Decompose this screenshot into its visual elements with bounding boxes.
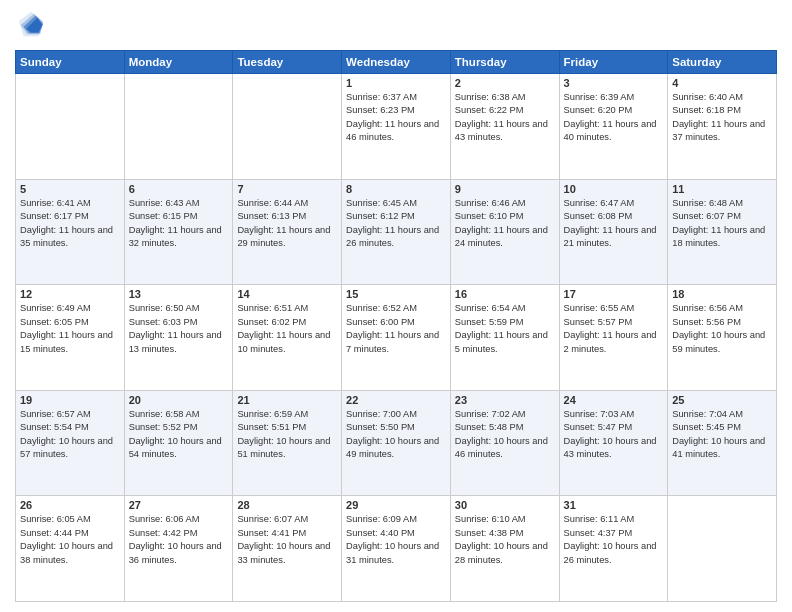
day-info: Sunrise: 6:06 AM Sunset: 4:42 PM Dayligh… <box>129 513 229 567</box>
daylight: Daylight: 11 hours and 15 minutes. <box>20 330 113 353</box>
daylight: Daylight: 11 hours and 18 minutes. <box>672 225 765 248</box>
daylight: Daylight: 11 hours and 29 minutes. <box>237 225 330 248</box>
day-info: Sunrise: 6:50 AM Sunset: 6:03 PM Dayligh… <box>129 302 229 356</box>
day-info: Sunrise: 7:04 AM Sunset: 5:45 PM Dayligh… <box>672 408 772 462</box>
day-number: 8 <box>346 183 446 195</box>
sunrise: Sunrise: 6:47 AM <box>564 198 635 208</box>
day-number: 22 <box>346 394 446 406</box>
sunset: Sunset: 5:52 PM <box>129 422 198 432</box>
calendar-day-cell: 24 Sunrise: 7:03 AM Sunset: 5:47 PM Dayl… <box>559 390 668 496</box>
day-number: 9 <box>455 183 555 195</box>
day-info: Sunrise: 7:03 AM Sunset: 5:47 PM Dayligh… <box>564 408 664 462</box>
day-number: 19 <box>20 394 120 406</box>
day-info: Sunrise: 6:05 AM Sunset: 4:44 PM Dayligh… <box>20 513 120 567</box>
daylight: Daylight: 10 hours and 33 minutes. <box>237 541 330 564</box>
sunrise: Sunrise: 6:56 AM <box>672 303 743 313</box>
day-info: Sunrise: 6:44 AM Sunset: 6:13 PM Dayligh… <box>237 197 337 251</box>
day-info: Sunrise: 6:51 AM Sunset: 6:02 PM Dayligh… <box>237 302 337 356</box>
day-number: 10 <box>564 183 664 195</box>
daylight: Daylight: 10 hours and 59 minutes. <box>672 330 765 353</box>
day-number: 13 <box>129 288 229 300</box>
day-info: Sunrise: 7:00 AM Sunset: 5:50 PM Dayligh… <box>346 408 446 462</box>
calendar-day-cell: 7 Sunrise: 6:44 AM Sunset: 6:13 PM Dayli… <box>233 179 342 285</box>
sunrise: Sunrise: 6:51 AM <box>237 303 308 313</box>
daylight: Daylight: 10 hours and 28 minutes. <box>455 541 548 564</box>
day-number: 25 <box>672 394 772 406</box>
day-info: Sunrise: 6:59 AM Sunset: 5:51 PM Dayligh… <box>237 408 337 462</box>
sunset: Sunset: 6:17 PM <box>20 211 89 221</box>
sunrise: Sunrise: 6:52 AM <box>346 303 417 313</box>
sunset: Sunset: 5:51 PM <box>237 422 306 432</box>
sunrise: Sunrise: 6:46 AM <box>455 198 526 208</box>
day-info: Sunrise: 6:41 AM Sunset: 6:17 PM Dayligh… <box>20 197 120 251</box>
day-number: 2 <box>455 77 555 89</box>
calendar-table: SundayMondayTuesdayWednesdayThursdayFrid… <box>15 50 777 602</box>
sunset: Sunset: 6:13 PM <box>237 211 306 221</box>
day-number: 23 <box>455 394 555 406</box>
daylight: Daylight: 10 hours and 26 minutes. <box>564 541 657 564</box>
calendar-day-cell: 4 Sunrise: 6:40 AM Sunset: 6:18 PM Dayli… <box>668 74 777 180</box>
sunset: Sunset: 6:05 PM <box>20 317 89 327</box>
daylight: Daylight: 11 hours and 10 minutes. <box>237 330 330 353</box>
day-number: 17 <box>564 288 664 300</box>
day-number: 27 <box>129 499 229 511</box>
daylight: Daylight: 11 hours and 35 minutes. <box>20 225 113 248</box>
sunset: Sunset: 6:20 PM <box>564 105 633 115</box>
day-number: 15 <box>346 288 446 300</box>
calendar-header-sunday: Sunday <box>16 51 125 74</box>
daylight: Daylight: 10 hours and 57 minutes. <box>20 436 113 459</box>
sunrise: Sunrise: 6:41 AM <box>20 198 91 208</box>
calendar-day-cell: 29 Sunrise: 6:09 AM Sunset: 4:40 PM Dayl… <box>342 496 451 602</box>
day-number: 7 <box>237 183 337 195</box>
day-number: 5 <box>20 183 120 195</box>
calendar-day-cell: 14 Sunrise: 6:51 AM Sunset: 6:02 PM Dayl… <box>233 285 342 391</box>
calendar-day-cell: 11 Sunrise: 6:48 AM Sunset: 6:07 PM Dayl… <box>668 179 777 285</box>
calendar-day-cell: 9 Sunrise: 6:46 AM Sunset: 6:10 PM Dayli… <box>450 179 559 285</box>
sunrise: Sunrise: 6:54 AM <box>455 303 526 313</box>
sunrise: Sunrise: 6:05 AM <box>20 514 91 524</box>
calendar-day-cell: 6 Sunrise: 6:43 AM Sunset: 6:15 PM Dayli… <box>124 179 233 285</box>
day-info: Sunrise: 6:43 AM Sunset: 6:15 PM Dayligh… <box>129 197 229 251</box>
calendar-page: SundayMondayTuesdayWednesdayThursdayFrid… <box>0 0 792 612</box>
calendar-week-row: 19 Sunrise: 6:57 AM Sunset: 5:54 PM Dayl… <box>16 390 777 496</box>
daylight: Daylight: 11 hours and 40 minutes. <box>564 119 657 142</box>
day-info: Sunrise: 6:39 AM Sunset: 6:20 PM Dayligh… <box>564 91 664 145</box>
day-info: Sunrise: 6:48 AM Sunset: 6:07 PM Dayligh… <box>672 197 772 251</box>
sunrise: Sunrise: 6:07 AM <box>237 514 308 524</box>
sunset: Sunset: 6:02 PM <box>237 317 306 327</box>
sunset: Sunset: 6:10 PM <box>455 211 524 221</box>
calendar-day-cell: 18 Sunrise: 6:56 AM Sunset: 5:56 PM Dayl… <box>668 285 777 391</box>
sunrise: Sunrise: 6:45 AM <box>346 198 417 208</box>
sunset: Sunset: 5:50 PM <box>346 422 415 432</box>
sunrise: Sunrise: 6:11 AM <box>564 514 635 524</box>
sunset: Sunset: 4:44 PM <box>20 528 89 538</box>
calendar-day-cell <box>668 496 777 602</box>
day-number: 29 <box>346 499 446 511</box>
sunset: Sunset: 6:23 PM <box>346 105 415 115</box>
calendar-day-cell <box>16 74 125 180</box>
day-number: 18 <box>672 288 772 300</box>
daylight: Daylight: 10 hours and 38 minutes. <box>20 541 113 564</box>
calendar-day-cell: 22 Sunrise: 7:00 AM Sunset: 5:50 PM Dayl… <box>342 390 451 496</box>
day-number: 14 <box>237 288 337 300</box>
calendar-day-cell: 12 Sunrise: 6:49 AM Sunset: 6:05 PM Dayl… <box>16 285 125 391</box>
day-number: 3 <box>564 77 664 89</box>
day-info: Sunrise: 6:54 AM Sunset: 5:59 PM Dayligh… <box>455 302 555 356</box>
daylight: Daylight: 11 hours and 24 minutes. <box>455 225 548 248</box>
calendar-day-cell: 1 Sunrise: 6:37 AM Sunset: 6:23 PM Dayli… <box>342 74 451 180</box>
sunset: Sunset: 5:56 PM <box>672 317 741 327</box>
daylight: Daylight: 10 hours and 41 minutes. <box>672 436 765 459</box>
calendar-day-cell: 21 Sunrise: 6:59 AM Sunset: 5:51 PM Dayl… <box>233 390 342 496</box>
sunset: Sunset: 4:40 PM <box>346 528 415 538</box>
day-info: Sunrise: 6:40 AM Sunset: 6:18 PM Dayligh… <box>672 91 772 145</box>
day-info: Sunrise: 6:57 AM Sunset: 5:54 PM Dayligh… <box>20 408 120 462</box>
sunrise: Sunrise: 6:57 AM <box>20 409 91 419</box>
sunset: Sunset: 6:22 PM <box>455 105 524 115</box>
calendar-header-tuesday: Tuesday <box>233 51 342 74</box>
sunset: Sunset: 5:57 PM <box>564 317 633 327</box>
daylight: Daylight: 10 hours and 31 minutes. <box>346 541 439 564</box>
day-number: 11 <box>672 183 772 195</box>
header <box>15 10 777 42</box>
day-info: Sunrise: 6:49 AM Sunset: 6:05 PM Dayligh… <box>20 302 120 356</box>
day-info: Sunrise: 6:37 AM Sunset: 6:23 PM Dayligh… <box>346 91 446 145</box>
